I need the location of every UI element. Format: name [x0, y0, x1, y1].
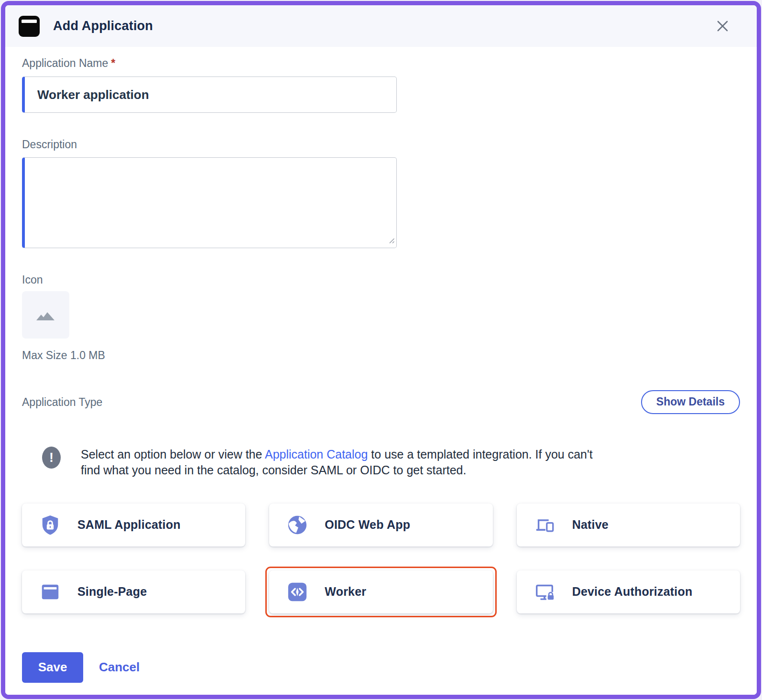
icon-label: Icon: [22, 273, 740, 286]
browser-window-icon: [39, 581, 61, 603]
application-catalog-link[interactable]: Application Catalog: [265, 448, 368, 461]
notice-row: ! Select an option below or view the App…: [22, 447, 740, 479]
shield-lock-icon: [39, 514, 61, 536]
required-asterisk: *: [111, 57, 115, 69]
application-type-row: Application Type Show Details: [22, 390, 740, 414]
app-type-card-label: SAML Application: [77, 518, 181, 532]
application-name-label: Application Name*: [22, 57, 740, 70]
notice-text-after-link: to use a templated integration. If you c…: [368, 448, 592, 461]
app-type-card-label: Single-Page: [77, 585, 147, 599]
description-label: Description: [22, 138, 740, 151]
modal-header: Add Application: [5, 5, 757, 47]
icon-upload-box[interactable]: [22, 291, 69, 339]
show-details-button[interactable]: Show Details: [641, 390, 740, 414]
cancel-button[interactable]: Cancel: [99, 660, 140, 675]
app-type-card-label: Worker: [325, 585, 366, 599]
modal-body: Application Name* Description Icon Max S…: [5, 47, 757, 695]
monitor-lock-icon: [534, 581, 556, 603]
application-type-label: Application Type: [22, 396, 102, 409]
application-name-label-text: Application Name: [22, 57, 108, 69]
app-type-card-single-page[interactable]: Single-Page: [22, 570, 245, 613]
mountain-image-icon: [35, 307, 56, 323]
save-button[interactable]: Save: [22, 652, 83, 683]
app-type-card-device-authorization[interactable]: Device Authorization: [517, 570, 740, 613]
notice-text: Select an option below or view the Appli…: [81, 447, 593, 479]
application-type-cards: SAML Application OIDC Web App Native Sin…: [22, 503, 740, 613]
description-textarea[interactable]: [22, 157, 397, 248]
app-type-card-oidc-web-app[interactable]: OIDC Web App: [269, 503, 492, 547]
icon-max-size-hint: Max Size 1.0 MB: [22, 349, 740, 362]
close-icon: [716, 20, 729, 33]
modal-title: Add Application: [53, 19, 153, 33]
app-type-card-label: Native: [572, 518, 609, 532]
close-button[interactable]: [713, 17, 732, 36]
app-type-card-label: Device Authorization: [572, 585, 693, 599]
notice-text-before-link: Select an option below or view the: [81, 448, 265, 461]
app-type-card-native[interactable]: Native: [517, 503, 740, 547]
app-type-card-label: OIDC Web App: [325, 518, 410, 532]
exclamation-circle-icon: !: [42, 447, 61, 469]
application-window-icon: [19, 16, 40, 37]
laptop-phone-icon: [534, 514, 556, 536]
globe-icon: [286, 514, 308, 536]
app-type-card-worker[interactable]: Worker: [269, 570, 492, 613]
application-name-input[interactable]: [22, 77, 397, 113]
notice-text-line2: find what you need in the catalog, consi…: [81, 463, 466, 477]
app-type-card-saml-application[interactable]: SAML Application: [22, 503, 245, 547]
description-field-wrap: [22, 157, 397, 248]
actions-row: Save Cancel: [22, 652, 740, 683]
code-brackets-icon: [286, 581, 308, 603]
add-application-modal: Add Application Application Name* Descri…: [1, 1, 761, 699]
